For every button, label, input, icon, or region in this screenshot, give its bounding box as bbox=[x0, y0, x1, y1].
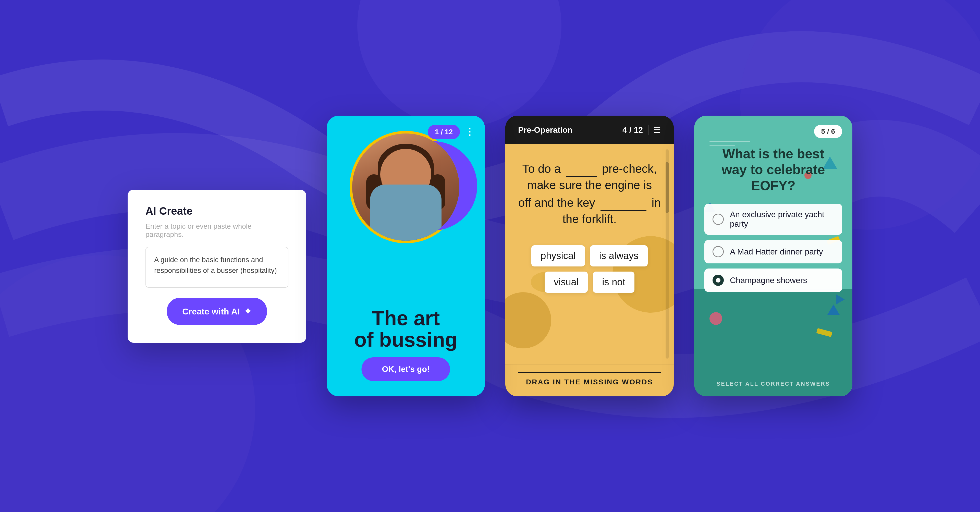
preop-q-part5: in bbox=[652, 196, 661, 209]
quiz-page-badge: 5 / 6 bbox=[814, 125, 842, 138]
quiz-option-1[interactable]: An exclusive private yacht party bbox=[704, 204, 842, 235]
quiz-options-list: An exclusive private yacht party A Mad H… bbox=[694, 204, 853, 292]
quiz-option-3[interactable]: Champagne showers bbox=[704, 269, 842, 292]
preop-page-indicator: 4 / 12 bbox=[622, 125, 643, 135]
ai-create-input[interactable]: A guide on the basic functions and respo… bbox=[145, 247, 288, 288]
preop-header: Pre-Operation 4 / 12 ☰ bbox=[505, 116, 674, 144]
preop-footer-label: DRAG IN THE MISSING WORDS bbox=[526, 378, 653, 386]
quiz-question-area: What is the best way to celebrate EOFY? bbox=[694, 138, 853, 204]
preop-q-part1: To do a bbox=[522, 162, 561, 175]
ai-create-subtitle: Enter a topic or even paste whole paragr… bbox=[145, 222, 288, 239]
quiz-option-2-text: A Mad Hatter dinner party bbox=[730, 247, 823, 256]
ai-create-title: AI Create bbox=[145, 205, 288, 217]
page-wrapper: AI Create Enter a topic or even paste wh… bbox=[0, 0, 980, 512]
create-ai-label: Create with AI bbox=[182, 307, 240, 316]
quiz-option-3-text: Champagne showers bbox=[730, 276, 807, 285]
quiz-option-2[interactable]: A Mad Hatter dinner party bbox=[704, 240, 842, 263]
bussing-menu-icon[interactable]: ⋮ bbox=[465, 127, 475, 137]
preop-q-part2: pre-check, bbox=[602, 162, 657, 175]
create-ai-button[interactable]: Create with AI ✦ bbox=[167, 298, 267, 325]
preop-card: Pre-Operation 4 / 12 ☰ To do a pre-check… bbox=[505, 116, 674, 396]
preop-scrollbar[interactable] bbox=[666, 149, 669, 359]
quiz-top-bar: 5 / 6 bbox=[694, 116, 853, 138]
blank-1 bbox=[566, 159, 597, 177]
ok-lets-go-button[interactable]: OK, let's go! bbox=[361, 357, 450, 381]
preop-footer: DRAG IN THE MISSING WORDS bbox=[505, 364, 674, 396]
preop-footer-divider bbox=[518, 372, 661, 373]
bussing-title-line2: of bussing bbox=[354, 328, 457, 351]
bussing-title: The art of bussing bbox=[327, 308, 485, 350]
preop-q-part3: make sure the engine is bbox=[527, 178, 652, 192]
preop-scrollbar-thumb bbox=[666, 162, 669, 213]
bussing-nav: 1 / 12 ⋮ bbox=[428, 125, 475, 139]
quiz-bottom-section bbox=[694, 289, 853, 396]
quiz-card: 5 / 6 What is the best way to celebrate … bbox=[694, 116, 853, 396]
drag-words-area: physical is always visual is not bbox=[515, 245, 663, 293]
profile-image bbox=[352, 134, 460, 241]
quiz-footer: SELECT ALL CORRECT ANSWERS bbox=[694, 380, 853, 387]
preop-blob-2 bbox=[505, 292, 551, 348]
preop-question-text: To do a pre-check, make sure the engine … bbox=[518, 159, 661, 227]
preop-header-title: Pre-Operation bbox=[518, 125, 573, 135]
bussing-page-badge: 1 / 12 bbox=[428, 125, 460, 139]
quiz-footer-label: SELECT ALL CORRECT ANSWERS bbox=[716, 380, 830, 387]
person-illustration bbox=[352, 134, 460, 241]
bussing-card: 1 / 12 ⋮ The art of bussing OK, le bbox=[327, 116, 485, 396]
sparkle-icon: ✦ bbox=[244, 306, 251, 317]
drag-word-is-not[interactable]: is not bbox=[593, 272, 635, 293]
drag-word-visual[interactable]: visual bbox=[545, 272, 588, 293]
quiz-option-1-text: An exclusive private yacht party bbox=[730, 210, 834, 229]
preop-q-part6: the forklift. bbox=[563, 212, 617, 226]
bussing-title-line1: The art bbox=[372, 307, 440, 329]
blank-2 bbox=[600, 194, 646, 211]
quiz-radio-1[interactable] bbox=[713, 214, 724, 225]
preop-nav-divider bbox=[648, 125, 649, 135]
quiz-question-text: What is the best way to celebrate EOFY? bbox=[710, 146, 837, 194]
preop-menu-icon[interactable]: ☰ bbox=[654, 125, 661, 135]
preop-q-part4: off and the key bbox=[518, 196, 595, 209]
preop-nav: 4 / 12 ☰ bbox=[622, 125, 661, 135]
ai-create-card: AI Create Enter a topic or even paste wh… bbox=[127, 190, 306, 343]
person-body bbox=[370, 184, 442, 241]
quiz-radio-2[interactable] bbox=[713, 246, 724, 257]
drag-word-is-always[interactable]: is always bbox=[590, 245, 648, 267]
drag-word-physical[interactable]: physical bbox=[531, 245, 585, 267]
preop-content-area: To do a pre-check, make sure the engine … bbox=[505, 144, 674, 364]
quiz-radio-3[interactable] bbox=[713, 275, 724, 286]
